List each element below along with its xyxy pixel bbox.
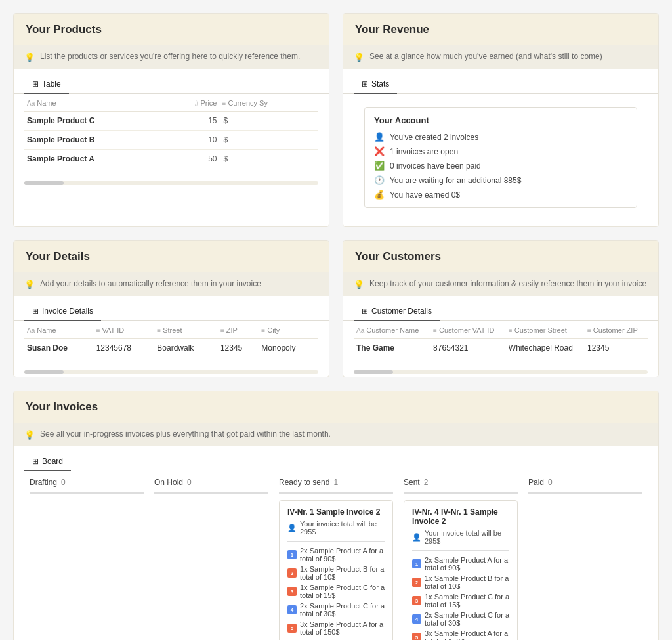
products-scrollbar[interactable] <box>24 181 318 185</box>
line-badge: 4 <box>412 614 421 624</box>
detail-vat: 12345678 <box>94 339 155 358</box>
line-badge: 3 <box>287 587 297 596</box>
d-col-zip: ≡ ZIP <box>218 321 259 339</box>
board-col-drafting: Drafting 0 <box>24 471 149 640</box>
board-col-label: Paid <box>528 478 544 487</box>
d-col-name: Aa Name <box>24 321 94 339</box>
tab-stats[interactable]: ⊞ Stats <box>354 75 397 94</box>
revenue-body: Your Account 👤 You've created 2 invoices… <box>343 94 658 226</box>
d-col-city: ≡ City <box>259 321 318 339</box>
detail-zip: 12345 <box>218 339 259 358</box>
tab-table[interactable]: ⊞ Table <box>24 75 69 94</box>
details-title: Your Details <box>14 241 329 272</box>
board-columns: Drafting 0On Hold 0Ready to send 1 IV-Nr… <box>14 471 658 640</box>
hint-icon-invoices: 💡 <box>24 430 35 440</box>
products-title: Your Products <box>14 14 329 45</box>
hint-icon-details: 💡 <box>24 280 35 289</box>
board-col-label: On Hold <box>154 478 183 487</box>
tab-board[interactable]: ⊞ Board <box>24 453 71 471</box>
invoice-card[interactable]: IV-Nr. 1 Sample Invoice 2 👤 Your invoice… <box>279 500 393 640</box>
customers-table: Aa Customer Name ≡ Customer VAT ID ≡ Cus… <box>354 321 648 357</box>
invoice-line: 1 2x Sample Product A for a total of 90$ <box>287 547 385 563</box>
invoice-card-total: 👤 Your invoice total will be 295$ <box>412 529 509 545</box>
d-col-street: ≡ Street <box>154 321 218 339</box>
details-hint: 💡 Add your details to automatically refe… <box>14 272 329 296</box>
products-panel: Your Products 💡 List the products or ser… <box>13 13 329 227</box>
board-col-header: On Hold 0 <box>154 471 268 494</box>
invoice-card[interactable]: IV-Nr. 4 IV-Nr. 1 Sample Invoice 2 👤 You… <box>404 500 518 640</box>
board-col-count: 0 <box>548 478 553 487</box>
board-col-ready-to-send: Ready to send 1 IV-Nr. 1 Sample Invoice … <box>274 471 398 640</box>
detail-street: Boardwalk <box>154 339 218 358</box>
stat-text: You are waiting for an additional 885$ <box>390 176 521 185</box>
products-tabs: ⊞ Table <box>14 69 329 94</box>
col-name: Aa Name <box>24 94 166 112</box>
invoice-divider <box>412 550 509 551</box>
details-table-section: Aa Name ≡ VAT ID ≡ Street ≡ ZIP ≡ City S… <box>14 321 329 365</box>
invoice-line: 5 3x Sample Product A for a total of 150… <box>287 620 385 636</box>
stat-icon: 🕐 <box>374 175 385 185</box>
invoice-line-text: 1x Sample Product C for a total of 15$ <box>300 584 385 599</box>
products-table-section: Aa Name # Price ≡ Currency Sy Sample Pro… <box>14 94 329 176</box>
invoice-line-text: 1x Sample Product B for a total of 10$ <box>425 574 509 590</box>
table-icon: ⊞ <box>32 79 39 89</box>
tab-customer-details[interactable]: ⊞ Customer Details <box>354 303 440 321</box>
line-badge: 1 <box>287 550 297 559</box>
product-currency: $ <box>219 150 318 169</box>
board-col-count: 1 <box>333 478 338 487</box>
customer-row: The Game 87654321 Whitechapel Road 12345 <box>354 339 648 358</box>
invoice-line: 4 2x Sample Product C for a total of 30$ <box>412 611 509 627</box>
invoice-line-text: 1x Sample Product B for a total of 10$ <box>300 565 385 581</box>
products-hint: 💡 List the products or services you're o… <box>14 45 329 69</box>
details-table: Aa Name ≡ VAT ID ≡ Street ≡ ZIP ≡ City S… <box>24 321 318 357</box>
invoices-tabs: ⊞ Board <box>14 446 658 471</box>
customers-panel: Your Customers 💡 Keep track of your cust… <box>343 240 659 377</box>
line-badge: 1 <box>412 559 421 568</box>
invoice-line: 4 2x Sample Product C for a total of 30$ <box>287 602 385 618</box>
details-scrollbar[interactable] <box>24 370 318 374</box>
product-name: Sample Product B <box>24 131 166 150</box>
customer-vat: 87654321 <box>430 339 506 358</box>
invoice-line: 2 1x Sample Product B for a total of 10$ <box>287 565 385 581</box>
customers-table-section: Aa Customer Name ≡ Customer VAT ID ≡ Cus… <box>343 321 658 365</box>
tab-invoice-details[interactable]: ⊞ Invoice Details <box>24 303 101 321</box>
stat-item: 💰 You have earned 0$ <box>374 190 627 200</box>
detail-row: Susan Doe 12345678 Boardwalk 12345 Monop… <box>24 339 318 358</box>
invoice-line-text: 2x Sample Product A for a total of 90$ <box>300 547 385 563</box>
c-col-vat: ≡ Customer VAT ID <box>430 321 506 339</box>
d-col-vat: ≡ VAT ID <box>94 321 155 339</box>
customers-scrollbar[interactable] <box>354 370 648 374</box>
product-currency: $ <box>219 112 318 131</box>
line-badge: 5 <box>412 633 421 640</box>
board-col-count: 2 <box>424 478 429 487</box>
stat-item: 🕐 You are waiting for an additional 885$ <box>374 175 627 185</box>
product-name: Sample Product A <box>24 150 166 169</box>
board-col-header: Drafting 0 <box>30 471 144 494</box>
line-badge: 2 <box>412 578 421 587</box>
invoice-card-title: IV-Nr. 4 IV-Nr. 1 Sample Invoice 2 <box>412 507 509 526</box>
product-currency: $ <box>219 131 318 150</box>
board-col-label: Ready to send <box>279 478 329 487</box>
board-icon: ⊞ <box>32 457 39 466</box>
invoice-line-text: 2x Sample Product A for a total of 90$ <box>425 556 509 572</box>
total-icon: 👤 <box>412 533 421 542</box>
line-badge: 5 <box>287 624 297 633</box>
products-table: Aa Name # Price ≡ Currency Sy Sample Pro… <box>24 94 318 168</box>
hint-icon-customers: 💡 <box>354 280 364 289</box>
board-col-on-hold: On Hold 0 <box>149 471 274 640</box>
customer-street: Whitechapel Road <box>506 339 585 358</box>
product-price: 15 <box>166 112 219 131</box>
details-panel: Your Details 💡 Add your details to autom… <box>13 240 329 377</box>
product-row: Sample Product B 10 $ <box>24 131 318 150</box>
details-tabs: ⊞ Invoice Details <box>14 296 329 321</box>
stat-item: ❌ 1 invoices are open <box>374 146 627 156</box>
invoices-panel: Your Invoices 💡 See all your in-progress… <box>13 391 659 640</box>
invoice-details-icon: ⊞ <box>32 307 39 316</box>
hint-icon-revenue: 💡 <box>354 53 364 62</box>
revenue-hint: 💡 See at a glance how much you've earned… <box>343 45 658 69</box>
board-col-header: Sent 2 <box>404 471 518 494</box>
total-icon: 👤 <box>287 524 297 532</box>
product-row: Sample Product A 50 $ <box>24 150 318 169</box>
c-col-zip: ≡ Customer ZIP <box>585 321 648 339</box>
detail-city: Monopoly <box>259 339 318 358</box>
